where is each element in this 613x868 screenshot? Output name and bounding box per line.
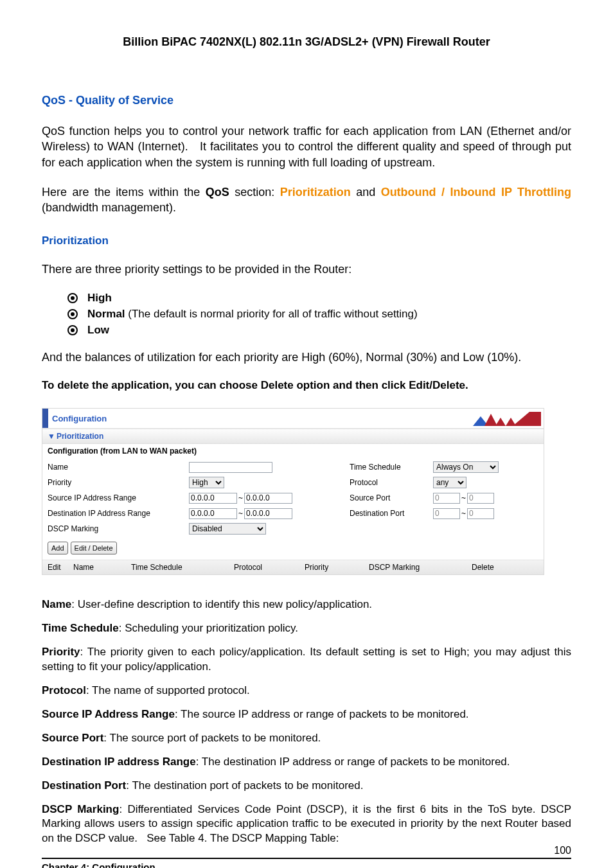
bullet-icon <box>67 309 78 319</box>
col-name: Name <box>73 563 131 572</box>
section-bar-label: Prioritization <box>57 432 103 441</box>
collapse-triangle-icon[interactable]: ▼ <box>48 432 55 441</box>
bullet-label: Low <box>87 324 109 336</box>
page-footer: Chapter 4: Configuration <box>42 858 571 868</box>
col-protocol: Protocol <box>234 563 305 572</box>
time-schedule-select[interactable]: Always On <box>433 461 499 473</box>
page-number: 100 <box>554 845 571 856</box>
label-name: Name <box>48 463 189 472</box>
src-ip-from-input[interactable] <box>189 493 237 504</box>
section-bar[interactable]: ▼Prioritization <box>42 429 544 444</box>
t: (bandwidth management). <box>42 201 176 214</box>
priority-bullets: High Normal (The default is normal prior… <box>42 292 571 337</box>
link-throttling: Outbound / Inbound IP Throttling <box>381 186 571 199</box>
dst-port-from-input[interactable] <box>433 508 460 519</box>
sub-heading-prioritization: Prioritization <box>42 235 571 247</box>
intro-para-2: Here are the items within the QoS sectio… <box>42 184 571 216</box>
t: and <box>351 186 381 199</box>
label-dst-port: Destination Port <box>350 509 433 518</box>
t: Here are the items within the <box>42 186 206 199</box>
bullet-high: High <box>67 292 571 305</box>
svg-marker-2 <box>495 418 516 426</box>
bullet-label: Normal <box>87 308 125 320</box>
qos-bold: QoS <box>206 186 229 199</box>
bullet-icon <box>67 293 78 303</box>
list-table-header: Edit Name Time Schedule Protocol Priorit… <box>42 560 544 574</box>
edit-delete-button[interactable]: Edit / Delete <box>71 542 117 554</box>
def-priority: Priority: The priority given to each pol… <box>42 645 571 675</box>
range-tilde: ~ <box>461 509 466 518</box>
bullet-icon <box>67 325 78 335</box>
priority-select[interactable]: High <box>189 477 224 488</box>
panel-title: Configuration <box>52 414 107 423</box>
def-protocol: Protocol: The name of supported protocol… <box>42 684 571 698</box>
range-tilde: ~ <box>238 493 243 502</box>
col-delete: Delete <box>472 563 538 572</box>
t: section: <box>229 186 280 199</box>
add-button[interactable]: Add <box>48 542 68 554</box>
para-priority-settings: There are three priority settings to be … <box>42 261 571 277</box>
label-dscp-marking: DSCP Marking <box>48 524 189 533</box>
svg-marker-1 <box>484 414 497 426</box>
src-port-from-input[interactable] <box>433 493 460 504</box>
config-screenshot: Configuration ▼Prioritization Configurat… <box>42 408 544 575</box>
def-source-ip-range: Source IP Address Range: The source IP a… <box>42 707 571 722</box>
label-priority: Priority <box>48 478 189 487</box>
link-prioritization: Prioritization <box>280 186 351 199</box>
label-src-ip-range: Source IP Address Range <box>48 493 189 502</box>
col-priority: Priority <box>305 563 369 572</box>
label-protocol: Protocol <box>350 478 433 487</box>
def-dest-port: Destination Port: The destination port o… <box>42 779 571 793</box>
bullet-label: High <box>87 292 112 304</box>
intro-para-1: QoS function helps you to control your n… <box>42 123 571 170</box>
dst-ip-to-input[interactable] <box>244 508 292 519</box>
field-definitions: Name: User-define description to identif… <box>42 598 571 846</box>
src-port-to-input[interactable] <box>467 493 494 504</box>
bullet-normal: Normal (The default is normal priority f… <box>67 308 571 321</box>
protocol-select[interactable]: any <box>433 477 466 488</box>
bullet-low: Low <box>67 324 571 337</box>
def-dest-ip-range: Destination IP address Range: The destin… <box>42 755 571 770</box>
label-time-schedule: Time Schedule <box>350 463 433 472</box>
def-source-port: Source Port: The source port of packets … <box>42 731 571 746</box>
delete-instruction: To delete the application, you can choos… <box>42 379 571 392</box>
label-dst-ip-range: Destination IP Address Range <box>48 509 189 518</box>
range-tilde: ~ <box>461 493 466 502</box>
svg-marker-3 <box>513 412 541 426</box>
brand-logo <box>473 412 541 426</box>
def-dscp-marking: DSCP Marking: Differentiated Services Co… <box>42 802 571 847</box>
def-time-schedule: Time Schedule: Scheduling your prioritiz… <box>42 621 571 636</box>
col-edit: Edit <box>48 563 73 572</box>
name-input[interactable] <box>189 462 272 473</box>
para-balances: And the balances of utilization for each… <box>42 350 571 365</box>
footer-chapter: Chapter 4: Configuration <box>42 862 155 868</box>
dscp-marking-select[interactable]: Disabled <box>189 523 266 535</box>
dst-ip-from-input[interactable] <box>189 508 237 519</box>
dst-port-to-input[interactable] <box>467 508 494 519</box>
page-header: Billion BiPAC 7402NX(L) 802.11n 3G/ADSL2… <box>42 35 571 49</box>
bullet-rest: (The default is normal priority for all … <box>125 308 418 320</box>
section-subheading: Configuration (from LAN to WAN packet) <box>42 444 544 458</box>
section-title: QoS - Quality of Service <box>42 94 571 107</box>
src-ip-to-input[interactable] <box>244 493 292 504</box>
range-tilde: ~ <box>238 509 243 518</box>
label-src-port: Source Port <box>350 493 433 502</box>
col-dscp-marking: DSCP Marking <box>369 563 472 572</box>
col-time-schedule: Time Schedule <box>131 563 234 572</box>
def-name: Name: User-define description to identif… <box>42 598 571 612</box>
